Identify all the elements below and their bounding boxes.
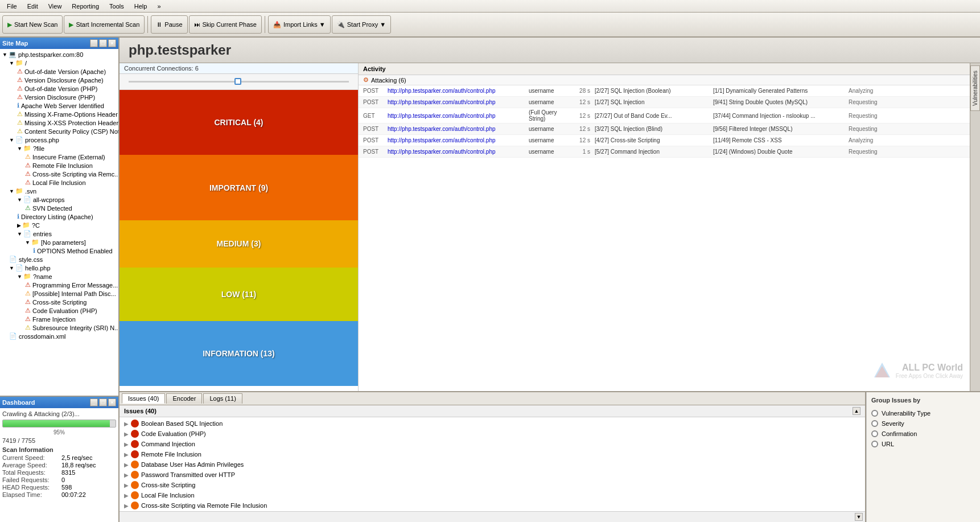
issue-item-8[interactable]: ▶ Cross-site Scripting via Remote File I… bbox=[121, 500, 864, 511]
issue-expand-icon[interactable]: ▶ bbox=[124, 451, 129, 458]
list-item[interactable]: ⚠ Missing X-Frame-Options Header bbox=[1, 110, 117, 118]
slider-thumb[interactable] bbox=[234, 78, 241, 85]
list-item[interactable]: ▼ 📁 ?name bbox=[1, 272, 117, 281]
activity-row-4[interactable]: POST http://php.testsparker.com/auth/con… bbox=[359, 135, 970, 146]
list-item[interactable]: ⚠ Remote File Inclusion bbox=[1, 161, 117, 170]
issue-expand-icon[interactable]: ▶ bbox=[124, 441, 129, 447]
slider-track[interactable] bbox=[129, 81, 349, 83]
file-expand-icon[interactable]: ▼ bbox=[17, 231, 22, 237]
issues-scroll-down[interactable]: ▼ bbox=[855, 513, 863, 521]
side-tab-vulnerabilities[interactable]: Vulnerabilities bbox=[970, 65, 980, 111]
dashboard-close[interactable]: × bbox=[108, 398, 116, 406]
list-item[interactable]: ▼ 📁 ?file bbox=[1, 144, 117, 153]
file-expand-icon[interactable]: ▼ bbox=[9, 265, 14, 271]
activity-row-2[interactable]: GET http://php.testsparker.com/auth/cont… bbox=[359, 108, 970, 124]
issues-scroll-up[interactable]: ▲ bbox=[853, 407, 860, 415]
site-map-close[interactable]: × bbox=[108, 39, 116, 47]
list-item[interactable]: ⚠ Subresource Integrity (SRI) N... bbox=[1, 323, 117, 332]
issue-item-3[interactable]: ▶ Remote File Inclusion bbox=[121, 449, 864, 459]
information-cell[interactable]: INFORMATION (13) bbox=[120, 321, 358, 386]
menu-view[interactable]: View bbox=[44, 2, 67, 11]
list-item[interactable]: ▼ 📁 / bbox=[1, 59, 117, 67]
list-item[interactable]: ▼ 📁 .svn bbox=[1, 187, 117, 195]
list-item[interactable]: ⚠ Missing X-XSS Protection Header bbox=[1, 118, 117, 127]
list-item[interactable]: ▶ 📁 ?C bbox=[1, 221, 117, 229]
issue-expand-icon[interactable]: ▶ bbox=[124, 462, 129, 468]
start-proxy-button[interactable]: 🔌 Start Proxy ▼ bbox=[332, 15, 391, 34]
radio-confirmation[interactable] bbox=[871, 430, 878, 437]
folder-expand-icon[interactable]: ▼ bbox=[25, 240, 30, 245]
menu-more[interactable]: » bbox=[153, 2, 165, 11]
issue-item-1[interactable]: ▶ Code Evaluation (PHP) bbox=[121, 429, 864, 439]
tree-root[interactable]: ▼ 💻 php.testsparker.com:80 bbox=[1, 50, 117, 59]
list-item[interactable]: ⚠ Code Evaluation (PHP) bbox=[1, 306, 117, 315]
folder-expand-icon[interactable]: ▶ bbox=[17, 223, 21, 228]
issue-item-6[interactable]: ▶ Cross-site Scripting bbox=[121, 480, 864, 490]
file-expand-icon[interactable]: ▼ bbox=[17, 197, 22, 203]
dashboard-restore[interactable]: □ bbox=[99, 398, 107, 406]
list-item[interactable]: ⚠ SVN Detected bbox=[1, 204, 117, 212]
menu-file[interactable]: File bbox=[2, 2, 22, 11]
list-item[interactable]: ▼ 📄 entries bbox=[1, 229, 117, 238]
critical-cell[interactable]: CRITICAL (4) bbox=[120, 90, 358, 155]
list-item[interactable]: ⚠ Local File Inclusion bbox=[1, 178, 117, 187]
list-item[interactable]: ▼ 📄 all-wcprops bbox=[1, 195, 117, 204]
list-item[interactable]: 📄 style.css bbox=[1, 255, 117, 264]
root-expand-icon[interactable]: ▼ bbox=[2, 52, 7, 57]
site-map-restore[interactable]: □ bbox=[99, 39, 107, 47]
issue-expand-icon[interactable]: ▶ bbox=[124, 472, 129, 478]
activity-row-5[interactable]: POST http://php.testsparker.com/auth/con… bbox=[359, 146, 970, 158]
issue-expand-icon[interactable]: ▶ bbox=[124, 503, 129, 509]
slider-container[interactable] bbox=[120, 74, 358, 90]
list-item[interactable]: ℹ Directory Listing (Apache) bbox=[1, 212, 117, 221]
list-item[interactable]: ⚠ Version Disclosure (PHP) bbox=[1, 93, 117, 101]
list-item[interactable]: ⚠ Version Disclosure (Apache) bbox=[1, 76, 117, 84]
activity-row-3[interactable]: POST http://php.testsparker.com/auth/con… bbox=[359, 124, 970, 135]
issue-expand-icon[interactable]: ▶ bbox=[124, 431, 129, 437]
medium-cell[interactable]: MEDIUM (3) bbox=[120, 220, 358, 268]
activity-row-1[interactable]: POST http://php.testsparker.com/auth/con… bbox=[359, 97, 970, 108]
list-item[interactable]: ▼ 📄 hello.php bbox=[1, 264, 117, 272]
activity-row-0[interactable]: POST http://php.testsparker.com/auth/con… bbox=[359, 85, 970, 97]
list-item[interactable]: ⚠ [Possible] Internal Path Disc... bbox=[1, 289, 117, 298]
list-item[interactable]: 📄 crossdomain.xml bbox=[1, 332, 117, 340]
list-item[interactable]: ⚠ Out-of-date Version (Apache) bbox=[1, 67, 117, 76]
issue-item-2[interactable]: ▶ Command Injection bbox=[121, 439, 864, 449]
list-item[interactable]: ⚠ Out-of-date Version (PHP) bbox=[1, 84, 117, 93]
tab-logs[interactable]: Logs (11) bbox=[203, 393, 242, 404]
issue-item-5[interactable]: ▶ Password Transmitted over HTTP bbox=[121, 470, 864, 480]
pause-button[interactable]: ⏸ Pause bbox=[151, 15, 187, 34]
list-item[interactable]: ▼ 📄 process.php bbox=[1, 135, 117, 144]
issue-item-7[interactable]: ▶ Local File Inclusion bbox=[121, 490, 864, 500]
dashboard-minimize[interactable]: _ bbox=[90, 398, 98, 406]
group-option-url[interactable]: URL bbox=[871, 439, 975, 449]
skip-phase-button[interactable]: ⏭ Skip Current Phase bbox=[189, 15, 262, 34]
tab-issues[interactable]: Issues (40) bbox=[122, 393, 165, 404]
folder-expand-icon[interactable]: ▼ bbox=[17, 274, 22, 280]
menu-help[interactable]: Help bbox=[130, 2, 152, 11]
list-item[interactable]: ▼ 📁 [No parameters] bbox=[1, 238, 117, 246]
svn-expand-icon[interactable]: ▼ bbox=[9, 188, 14, 194]
group-option-severity[interactable]: Severity bbox=[871, 418, 975, 429]
issue-item-0[interactable]: ▶ Boolean Based SQL Injection bbox=[121, 418, 864, 429]
menu-tools[interactable]: Tools bbox=[105, 2, 129, 11]
site-map-minimize[interactable]: _ bbox=[90, 39, 98, 47]
menu-reporting[interactable]: Reporting bbox=[67, 2, 104, 11]
important-cell[interactable]: IMPORTANT (9) bbox=[120, 155, 358, 220]
radio-severity[interactable] bbox=[871, 420, 878, 427]
list-item[interactable]: ⚠ Cross-site Scripting bbox=[1, 298, 117, 306]
list-item[interactable]: ⚠ Frame Injection bbox=[1, 315, 117, 323]
tab-encoder[interactable]: Encoder bbox=[166, 393, 202, 404]
radio-vulnerability-type[interactable] bbox=[871, 410, 878, 417]
low-cell[interactable]: LOW (11) bbox=[120, 268, 358, 321]
issue-item-4[interactable]: ▶ Database User Has Admin Privileges bbox=[121, 459, 864, 470]
group-option-vulnerability-type[interactable]: Vulnerability Type bbox=[871, 408, 975, 418]
menu-edit[interactable]: Edit bbox=[23, 2, 43, 11]
list-item[interactable]: ⚠ Content Security Policy (CSP) Not In..… bbox=[1, 127, 117, 135]
incremental-scan-button[interactable]: ▶ Start Incremental Scan bbox=[64, 15, 145, 34]
list-item[interactable]: ⚠ Programming Error Message... bbox=[1, 281, 117, 289]
import-links-button[interactable]: 📥 Import Links ▼ bbox=[268, 15, 331, 34]
issue-expand-icon[interactable]: ▶ bbox=[124, 492, 129, 499]
folder-expand-icon[interactable]: ▼ bbox=[17, 146, 22, 151]
file-expand-icon[interactable]: ▼ bbox=[9, 137, 14, 143]
